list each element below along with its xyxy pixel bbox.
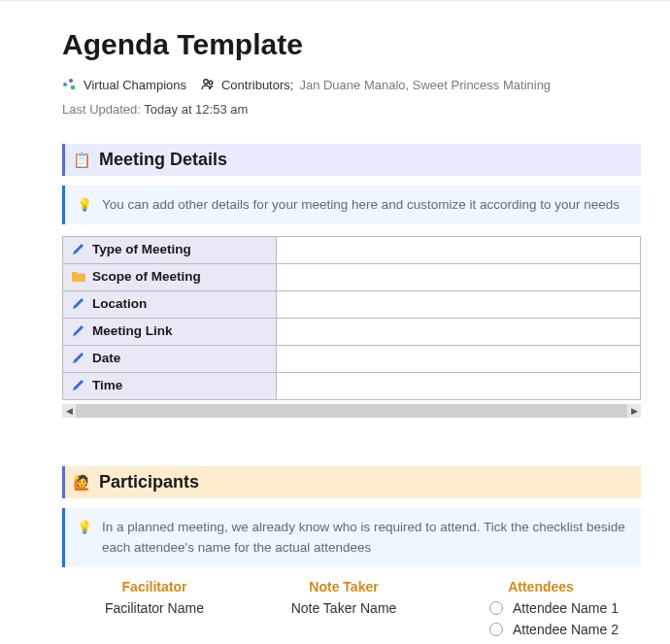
last-updated: Last Updated: Today at 12:53 am [62,102,641,117]
callout-meeting-details: 💡 You can add other details for your mee… [62,186,641,224]
meeting-details-table: Type of MeetingScope of MeetingLocationM… [62,236,641,400]
detail-label: Meeting Link [92,323,173,338]
attendee-name: Attendee Name 2 [513,622,619,637]
last-updated-label: Last Updated: [62,102,141,117]
detail-value-cell[interactable] [277,319,641,346]
svg-point-0 [63,83,67,86]
section-header-participants: 🙋 Participants [62,466,641,498]
svg-point-1 [69,79,73,83]
section-header-meeting-details: 📋 Meeting Details [62,144,641,176]
table-row: Location [63,291,641,319]
last-updated-value: Today at 12:53 am [144,102,248,117]
sparkle-icon [62,77,78,92]
callout-text: You can add other details for your meeti… [102,195,620,215]
pencil-icon [71,241,86,256]
pencil-icon [71,377,86,392]
detail-value-cell[interactable] [277,346,641,373]
pencil-icon [71,322,86,338]
detail-label-cell: Type of Meeting [63,237,277,264]
callout-participants: 💡 In a planned meeting, we already know … [62,508,641,567]
table-row: Time [63,373,641,400]
scroll-left-icon[interactable]: ◀ [62,404,76,418]
role-facilitator: Facilitator Facilitator Name [62,579,247,644]
section-title: Meeting Details [99,150,227,170]
role-header: Attendees [441,579,641,594]
attendee-checkbox[interactable] [489,601,503,615]
role-attendees: Attendees Attendee Name 1Attendee Name 2… [441,579,641,644]
detail-value-cell[interactable] [277,291,641,319]
page-title: Agenda Template [62,28,641,61]
detail-label: Type of Meeting [92,242,191,256]
meta-row: Virtual Champions Contributors; Jan Duan… [62,77,641,92]
horizontal-scrollbar[interactable]: ◀ ▶ [62,404,641,418]
svg-point-3 [204,80,208,84]
facilitator-name[interactable]: Facilitator Name [62,600,247,616]
detail-label-cell: Time [63,373,277,400]
detail-label-cell: Meeting Link [63,319,277,346]
attendee-checkbox[interactable] [489,623,503,636]
workspace-name: Virtual Champions [84,78,186,92]
detail-label: Time [92,378,122,392]
people-icon [200,77,216,92]
detail-value-cell[interactable] [277,237,641,264]
detail-label: Location [92,296,147,311]
attendee-name: Attendee Name 1 [513,600,619,616]
pencil-icon [71,350,86,365]
note-taker-name[interactable]: Note Taker Name [247,600,441,616]
table-row: Meeting Link [63,319,641,346]
raising-hand-icon: 🙋 [73,474,91,491]
callout-text: In a planned meeting, we already know wh… [102,518,629,558]
role-header: Facilitator [62,579,247,594]
detail-label-cell: Scope of Meeting [63,264,277,291]
detail-label: Scope of Meeting [92,269,201,284]
section-title: Participants [99,472,199,492]
attendee-item[interactable]: Attendee Name 2 [489,622,619,637]
table-row: Type of Meeting [63,237,641,264]
table-row: Scope of Meeting [63,264,641,291]
contributors-names: Jan Duane Manalo, Sweet Princess Matinin… [299,78,551,92]
bulb-icon: 💡 [77,195,92,215]
svg-point-2 [71,85,76,90]
bulb-icon: 💡 [77,518,92,558]
role-header: Note Taker [247,579,441,594]
roles-row: Facilitator Facilitator Name Note Taker … [62,579,641,644]
folder-icon [71,268,86,284]
table-row: Date [63,346,641,373]
detail-value-cell[interactable] [277,264,641,291]
contributors-label: Contributors; [221,78,293,92]
workspace-chip[interactable]: Virtual Champions [62,77,186,92]
role-note-taker: Note Taker Note Taker Name [247,579,441,644]
svg-point-4 [209,81,213,85]
attendee-item[interactable]: Attendee Name 1 [489,600,619,616]
scroll-right-icon[interactable]: ▶ [627,404,641,418]
detail-label-cell: Date [63,346,277,373]
detail-value-cell[interactable] [277,373,641,400]
contributors-chip[interactable]: Contributors; Jan Duane Manalo, Sweet Pr… [200,77,551,92]
detail-label-cell: Location [63,291,277,319]
clipboard-icon: 📋 [73,152,91,169]
detail-label: Date [92,351,120,365]
pencil-icon [71,295,86,311]
